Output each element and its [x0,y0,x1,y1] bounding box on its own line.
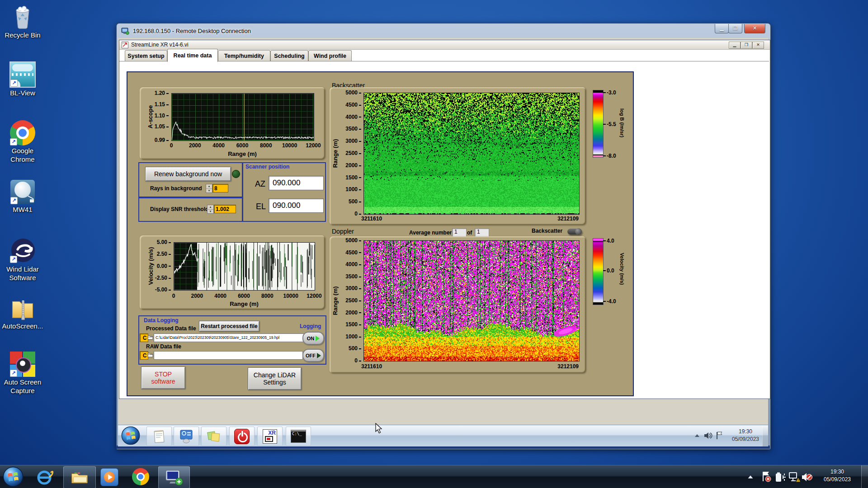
backscatter-colorbar-gradient [593,90,604,158]
rdp-title-bar[interactable]: 192.168.0.150 - Remote Desktop Connectio… [117,23,770,38]
desktop-icon-auto-screen-capture[interactable]: ↗ Auto Screen Capture [1,350,44,395]
average-number-field[interactable]: 1 [452,228,467,237]
remote-taskbar: XR C:\_ 19:30 05/09/2023 [118,425,768,446]
shortcut-arrow-icon: ↗ [10,138,17,145]
tick-label: 0 [161,142,181,149]
windows-explorer-button[interactable] [63,466,96,488]
show-desktop-button[interactable] [861,465,868,488]
tab-scheduling[interactable]: Scheduling [270,50,308,61]
maximize-button[interactable]: ❐ [728,24,742,33]
of-label: of [467,230,472,236]
tick-label: 500 [349,345,361,352]
remote-start-button[interactable] [121,426,140,445]
desktop-icon-bl-view[interactable]: ↗ BL-View [1,61,44,98]
colorbar-tick-label: -3.0 [603,89,616,96]
raw-data-file-label: RAW Data file [146,343,181,350]
tick-label: 500 [349,198,361,205]
remote-taskbar-notepad-button[interactable] [146,427,172,446]
desktop-icon-wind-lidar[interactable]: ↗ Wind Lidar Software [1,237,44,282]
doppler-colorbar-title: Velocity (m/s) [619,247,625,291]
tick-label: 5.00 [157,239,171,245]
ascope-x-axis-title: Range (m) [212,150,273,157]
browse-folder-icon[interactable] [147,352,153,358]
app-title-bar[interactable]: StreamLine XR v14-6.vi [119,40,770,50]
raw-logging-off-button[interactable]: OFF [302,349,324,362]
colorbar-tick-label: -8.0 [603,153,616,159]
snr-spinner[interactable]: ▲▼ [207,205,214,214]
remote-taskbar-settings-button[interactable] [174,427,199,446]
stop-software-button[interactable]: STOP software [141,366,185,389]
app-restore-button[interactable]: ❐ [741,42,752,49]
az-value-field[interactable]: 090.000 [269,176,324,190]
google-chrome-button[interactable] [132,468,150,486]
app-close-button[interactable]: ✕ [752,42,764,49]
desktop-icon-mw41[interactable]: ↗ MW41 [1,177,44,214]
minimize-button[interactable]: ▁ [715,24,729,33]
el-value-field[interactable]: 090.000 [269,198,324,213]
power-stop-icon [234,429,250,444]
tab-real-time-data[interactable]: Real time data [167,49,218,62]
backscatter-graph: Range (m) 500045004000350030002500200015… [330,87,586,225]
remote-action-center-flag-icon[interactable] [716,431,723,440]
renew-background-button[interactable]: Renew background now [145,167,231,181]
tick-label: 0.00 [157,263,171,269]
browse-folder-icon[interactable] [147,334,153,340]
remote-taskbar-command-prompt-button[interactable]: C:\_ [286,427,311,446]
average-total-field[interactable]: 1 [475,228,489,237]
raw-path-field[interactable] [154,351,303,360]
doppler-colorbar: 4.00.0-4.0 Velocity (m/s) [591,236,659,313]
desktop-icon-recycle-bin[interactable]: Recycle Bin [1,3,44,40]
backscatter-colorbar-title: log B (/m/sr) [619,103,625,143]
remote-taskbar-sticky-notes-button[interactable] [201,427,226,446]
network-warning-icon[interactable] [788,472,800,483]
tray-expand-arrow-icon[interactable] [747,474,754,479]
remote-clock[interactable]: 19:30 05/09/2023 [726,428,764,443]
remote-clock-date: 05/09/2023 [726,436,764,443]
el-label: EL [256,202,266,211]
start-orb-icon [121,426,140,445]
off-label: OFF [306,353,316,358]
tab-system-setup[interactable]: System setup [125,50,167,61]
app-window-title: StreamLine XR v14-6.vi [131,42,189,48]
tick-label: 1500 [345,174,361,181]
tick-label: 4000 [211,293,231,299]
rays-value-field[interactable]: 8 [212,184,228,192]
desktop-icon-label: AutoScreen... [1,322,44,331]
doppler-plot [363,240,580,361]
shortcut-arrow-icon: ↗ [10,80,18,87]
app-minimize-button[interactable]: ▁ [729,42,741,49]
processed-path-field[interactable]: C:\Lidar\Data\Proc\2023\202309\20230905\… [154,333,304,342]
backscatter-x-start: 3211610 [361,216,382,222]
tick-label: 2.50 [157,251,171,257]
volume-muted-icon[interactable] [801,472,813,483]
recycle-bin-icon [1,3,44,30]
zip-folder-icon [1,294,44,321]
change-lidar-settings-button[interactable]: Change LiDAR Settings [248,367,302,390]
remote-desktop-taskbar-button[interactable] [158,466,190,488]
streamline-xr-icon: XR [263,429,277,444]
remote-taskbar-stop-app-button[interactable] [229,427,255,446]
desktop-icon-autoscreen-zip[interactable]: AutoScreen... [1,294,44,331]
remote-tray-expand-arrow-icon[interactable] [694,433,700,438]
processed-logging-on-button[interactable]: ON [302,332,324,345]
tab-temp-humidity[interactable]: Temp/humidity [218,50,270,61]
close-button[interactable]: ✕ [744,24,765,33]
snr-value-field[interactable]: 1.002 [214,205,236,213]
power-battery-icon[interactable] [775,472,787,483]
remote-show-desktop-button[interactable] [762,425,768,446]
start-button[interactable] [3,466,24,487]
windows-media-player-button[interactable] [100,468,118,486]
backscatter-toggle-switch[interactable] [567,229,582,235]
rays-spinner[interactable]: ▲▼ [206,184,212,193]
tick-label: 1.15 [155,101,169,108]
remote-volume-icon[interactable] [703,432,712,440]
desktop-icon-google-chrome[interactable]: ↗ Google Chrome [1,118,44,164]
taskbar-clock[interactable]: 19:30 05/09/2023 [816,468,859,483]
restart-processed-file-button[interactable]: Restart processed file [199,321,259,332]
doppler-x-end: 3212109 [515,363,579,370]
action-center-flag-alert-icon[interactable] [761,471,771,483]
internet-explorer-button[interactable] [35,468,53,486]
tab-wind-profile[interactable]: Wind profile [308,50,352,61]
remote-taskbar-streamline-xr-button[interactable]: XR [257,427,283,446]
backscatter-y-axis-title: Range (m) [332,136,339,172]
